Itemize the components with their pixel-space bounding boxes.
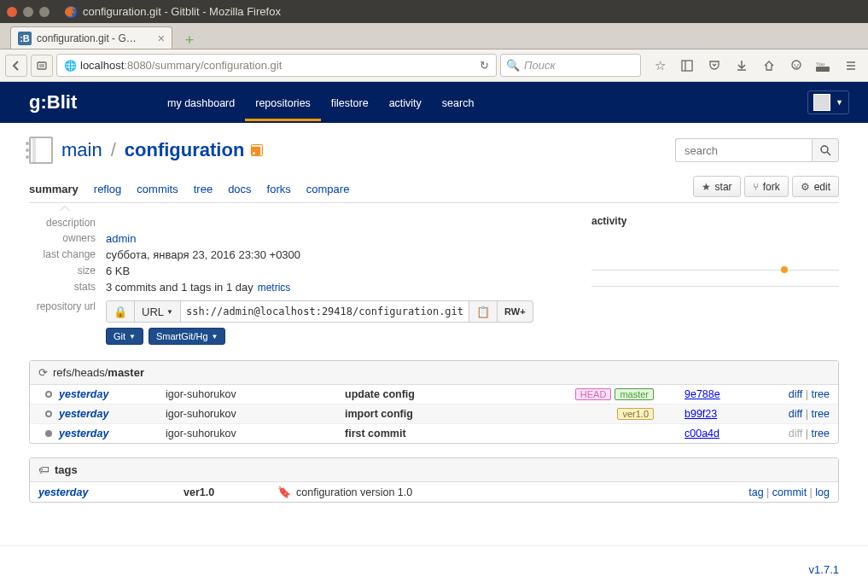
window-maximize-icon[interactable] [39,7,50,17]
rss-icon[interactable] [251,144,263,156]
caret-down-icon: ▼ [129,333,136,341]
edit-label: edit [814,181,830,193]
branch-name: master [108,366,144,379]
ref-badge-head[interactable]: HEAD [575,388,612,400]
tag-link[interactable]: tag [749,486,763,498]
label-last-change: last change [29,248,106,261]
star-button[interactable]: ★star [693,176,741,197]
commit-row: yesterdayigor-suhorukovimport configver1… [30,404,838,423]
user-menu[interactable]: ▼ [807,90,849,114]
url-field[interactable]: 🌐 localhost:8080/summary/configuration.g… [56,54,497,77]
avatar-icon [813,94,830,111]
nav-my-dashboard[interactable]: my dashboard [157,84,245,121]
menu-icon[interactable] [839,55,863,77]
tab-summary[interactable]: summary [29,183,79,195]
clone-smartgit-button[interactable]: SmartGit/Hg▼ [149,328,225,345]
main-nav: my dashboardrepositoriesfilestoreactivit… [157,84,484,121]
commit-hash-link[interactable]: b99f23 [684,408,717,420]
diff-link[interactable]: diff [789,388,802,400]
graph-node-icon [45,391,52,398]
tab-docs[interactable]: docs [228,183,251,195]
log-link[interactable]: log [815,486,830,498]
tab-commits[interactable]: commits [137,183,178,195]
edit-button[interactable]: ⚙edit [792,176,839,197]
svg-text:You: You [816,61,824,67]
diff-link[interactable]: diff [789,408,802,420]
search-placeholder: Поиск [524,59,556,72]
window-minimize-icon[interactable] [23,7,33,17]
commit-refs: ver1.0 [617,408,654,420]
metrics-link[interactable]: metrics [258,282,291,294]
tag-date: yesterday [38,486,184,498]
gitblit-header: g:Blit my dashboardrepositoriesfilestore… [0,82,868,123]
nav-activity[interactable]: activity [379,84,432,121]
tree-link[interactable]: tree [811,408,830,420]
clone-git-button[interactable]: Git▼ [106,328,143,345]
nav-filestore[interactable]: filestore [321,84,379,121]
repo-search-button[interactable] [812,138,839,162]
back-button[interactable] [5,55,27,77]
url-label[interactable]: URL ▼ [135,301,181,322]
bookmark-star-icon[interactable]: ☆ [648,55,672,77]
lock-icon: 🔒 [107,301,135,322]
label-description: description [29,217,106,229]
label-size: size [29,265,106,277]
sidebar-icon[interactable] [675,55,699,77]
version-link[interactable]: v1.7.1 [809,563,839,576]
chat-icon[interactable] [784,55,808,77]
activity-point-icon [781,266,788,273]
repo-name-link[interactable]: configuration [125,139,245,161]
svg-rect-10 [816,67,830,72]
owner-link[interactable]: admin [106,232,136,245]
ref-badge-tag[interactable]: ver1.0 [617,408,654,420]
commit-message[interactable]: update config [345,388,575,400]
fork-button[interactable]: ⑂fork [744,176,789,197]
nav-search[interactable]: search [432,84,485,121]
permission-badge: RW+ [498,301,533,322]
new-tab-button[interactable]: + [179,32,200,49]
tag-row: yesterdayver1.0🔖configuration version 1.… [30,482,838,502]
tag-icon: 🏷 [38,463,50,476]
youtube-icon[interactable]: You [812,55,836,77]
reader-button[interactable] [31,55,53,77]
commit-date: yesterday [59,388,166,400]
os-titlebar: configuration.git - Gitblit - Mozilla Fi… [0,0,868,23]
commit-hash-link[interactable]: c00a4d [684,428,719,440]
window-close-icon[interactable] [7,7,17,17]
url-text: localhost:8080/summary/configuration.git [80,59,476,72]
project-link[interactable]: main [61,139,102,161]
fork-label: fork [763,181,780,193]
refresh-icon[interactable]: ⟳ [38,366,48,379]
tree-link[interactable]: tree [811,388,830,400]
pocket-icon[interactable] [702,55,726,77]
tab-reflog[interactable]: reflog [94,183,122,195]
repo-search-input[interactable] [675,138,812,162]
browser-toolbar: 🌐 localhost:8080/summary/configuration.g… [0,49,868,82]
tab-tree[interactable]: tree [194,183,213,195]
window-title: configuration.git - Gitblit - Mozilla Fi… [83,5,281,18]
annotated-tag-icon: 🔖 [277,486,291,498]
commit-message[interactable]: import config [345,408,617,420]
tab-compare[interactable]: compare [306,183,350,195]
ref-badge-branch[interactable]: master [615,388,654,400]
clone-url-group: 🔒 URL ▼ ssh://admin@localhost:29418/conf… [106,300,533,323]
nav-repositories[interactable]: repositories [245,84,321,121]
tab-forks[interactable]: forks [267,183,291,195]
tab-close-icon[interactable]: × [158,32,165,45]
commit-hash-link[interactable]: 9e788e [684,388,720,400]
commit-link[interactable]: commit [772,486,807,498]
browser-search-field[interactable]: 🔍 Поиск [500,54,641,77]
downloads-icon[interactable] [730,55,754,77]
copy-icon[interactable]: 📋 [469,301,498,322]
reload-icon[interactable]: ↻ [476,59,492,72]
commit-message[interactable]: first commit [345,428,654,440]
search-icon: 🔍 [506,59,520,72]
meta-table: description ownersadmin last changeсуббо… [29,215,557,346]
caret-down-icon: ▼ [836,98,843,107]
tag-name[interactable]: ver1.0 [184,486,277,498]
gitblit-logo[interactable]: g:Blit [29,90,106,115]
browser-tab[interactable]: :B configuration.git - G… × [10,26,172,49]
tree-link[interactable]: tree [811,428,830,440]
clone-url-value[interactable]: ssh://admin@localhost:29418/configuratio… [181,301,469,322]
home-icon[interactable] [757,55,781,77]
